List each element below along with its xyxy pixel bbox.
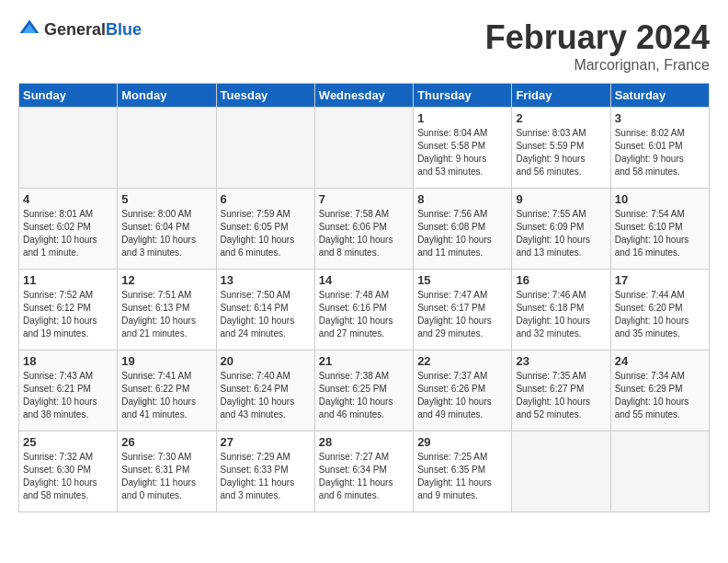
day-info: Sunrise: 7:34 AM Sunset: 6:29 PM Dayligh… [615, 370, 705, 421]
day-number: 12 [121, 273, 211, 287]
day-number: 15 [417, 273, 507, 287]
day-info: Sunrise: 7:27 AM Sunset: 6:34 PM Dayligh… [319, 451, 409, 502]
calendar-cell: 13Sunrise: 7:50 AM Sunset: 6:14 PM Dayli… [216, 270, 314, 350]
calendar-cell: 15Sunrise: 7:47 AM Sunset: 6:17 PM Dayli… [414, 270, 512, 350]
calendar-cell: 7Sunrise: 7:58 AM Sunset: 6:06 PM Daylig… [314, 189, 413, 270]
day-info: Sunrise: 7:41 AM Sunset: 6:22 PM Dayligh… [121, 370, 211, 421]
calendar-cell: 22Sunrise: 7:37 AM Sunset: 6:26 PM Dayli… [414, 350, 512, 431]
day-info: Sunrise: 7:32 AM Sunset: 6:30 PM Dayligh… [23, 451, 113, 502]
page-header: GeneralBlue February 2024 Marcorignan, F… [18, 18, 710, 74]
day-number: 18 [23, 354, 113, 368]
day-number: 8 [417, 192, 507, 206]
calendar-cell: 24Sunrise: 7:34 AM Sunset: 6:29 PM Dayli… [610, 350, 709, 431]
header-day-friday: Friday [512, 84, 610, 108]
day-info: Sunrise: 7:55 AM Sunset: 6:09 PM Dayligh… [516, 208, 606, 259]
week-row-2: 11Sunrise: 7:52 AM Sunset: 6:12 PM Dayli… [19, 270, 710, 350]
week-row-1: 4Sunrise: 8:01 AM Sunset: 6:02 PM Daylig… [19, 189, 710, 270]
calendar-cell [19, 108, 118, 189]
calendar-cell: 21Sunrise: 7:38 AM Sunset: 6:25 PM Dayli… [314, 350, 413, 431]
day-number: 24 [615, 354, 705, 368]
day-number: 16 [516, 273, 606, 287]
calendar-cell: 10Sunrise: 7:54 AM Sunset: 6:10 PM Dayli… [610, 189, 709, 270]
day-number: 26 [121, 435, 211, 449]
logo-text-blue: Blue [106, 20, 142, 39]
day-number: 17 [615, 273, 705, 287]
day-info: Sunrise: 7:38 AM Sunset: 6:25 PM Dayligh… [319, 370, 409, 421]
day-number: 27 [221, 435, 311, 449]
calendar-cell: 4Sunrise: 8:01 AM Sunset: 6:02 PM Daylig… [19, 189, 118, 270]
calendar-cell: 6Sunrise: 7:59 AM Sunset: 6:05 PM Daylig… [216, 189, 314, 270]
day-info: Sunrise: 7:43 AM Sunset: 6:21 PM Dayligh… [23, 370, 113, 421]
calendar-cell [610, 431, 709, 512]
calendar-cell: 12Sunrise: 7:51 AM Sunset: 6:13 PM Dayli… [118, 270, 216, 350]
calendar-cell [512, 431, 610, 512]
day-info: Sunrise: 8:01 AM Sunset: 6:02 PM Dayligh… [23, 208, 113, 259]
header-day-monday: Monday [118, 84, 216, 108]
calendar-table: SundayMondayTuesdayWednesdayThursdayFrid… [18, 83, 710, 512]
day-info: Sunrise: 8:04 AM Sunset: 5:58 PM Dayligh… [417, 127, 507, 178]
calendar-cell: 16Sunrise: 7:46 AM Sunset: 6:18 PM Dayli… [512, 270, 610, 350]
calendar-body: 1Sunrise: 8:04 AM Sunset: 5:58 PM Daylig… [19, 108, 710, 512]
day-number: 22 [417, 354, 507, 368]
day-info: Sunrise: 7:29 AM Sunset: 6:33 PM Dayligh… [221, 451, 311, 502]
header-day-sunday: Sunday [19, 84, 118, 108]
day-info: Sunrise: 7:51 AM Sunset: 6:13 PM Dayligh… [121, 289, 211, 340]
calendar-cell: 17Sunrise: 7:44 AM Sunset: 6:20 PM Dayli… [610, 270, 709, 350]
day-info: Sunrise: 7:54 AM Sunset: 6:10 PM Dayligh… [615, 208, 705, 259]
day-number: 19 [121, 354, 211, 368]
day-number: 2 [516, 111, 606, 125]
day-number: 29 [417, 435, 507, 449]
week-row-0: 1Sunrise: 8:04 AM Sunset: 5:58 PM Daylig… [19, 108, 710, 189]
day-number: 6 [221, 192, 311, 206]
day-info: Sunrise: 8:00 AM Sunset: 6:04 PM Dayligh… [121, 208, 211, 259]
calendar-cell [314, 108, 413, 189]
logo: GeneralBlue [18, 18, 142, 40]
day-number: 11 [23, 273, 113, 287]
calendar-cell: 19Sunrise: 7:41 AM Sunset: 6:22 PM Dayli… [118, 350, 216, 431]
calendar-cell: 8Sunrise: 7:56 AM Sunset: 6:08 PM Daylig… [414, 189, 512, 270]
logo-icon [18, 18, 40, 40]
calendar-cell: 23Sunrise: 7:35 AM Sunset: 6:27 PM Dayli… [512, 350, 610, 431]
header-day-tuesday: Tuesday [216, 84, 314, 108]
day-info: Sunrise: 7:50 AM Sunset: 6:14 PM Dayligh… [221, 289, 311, 340]
day-number: 13 [221, 273, 311, 287]
week-row-3: 18Sunrise: 7:43 AM Sunset: 6:21 PM Dayli… [19, 350, 710, 431]
day-number: 14 [319, 273, 409, 287]
day-info: Sunrise: 7:56 AM Sunset: 6:08 PM Dayligh… [417, 208, 507, 259]
day-number: 1 [417, 111, 507, 125]
day-info: Sunrise: 8:03 AM Sunset: 5:59 PM Dayligh… [516, 127, 606, 178]
day-info: Sunrise: 7:35 AM Sunset: 6:27 PM Dayligh… [516, 370, 606, 421]
day-info: Sunrise: 7:59 AM Sunset: 6:05 PM Dayligh… [221, 208, 311, 259]
day-number: 21 [319, 354, 409, 368]
day-number: 4 [23, 192, 113, 206]
calendar-cell: 5Sunrise: 8:00 AM Sunset: 6:04 PM Daylig… [118, 189, 216, 270]
day-info: Sunrise: 7:40 AM Sunset: 6:24 PM Dayligh… [221, 370, 311, 421]
calendar-subtitle: Marcorignan, France [485, 57, 710, 74]
calendar-cell: 2Sunrise: 8:03 AM Sunset: 5:59 PM Daylig… [512, 108, 610, 189]
day-number: 5 [121, 192, 211, 206]
calendar-cell: 20Sunrise: 7:40 AM Sunset: 6:24 PM Dayli… [216, 350, 314, 431]
calendar-cell: 9Sunrise: 7:55 AM Sunset: 6:09 PM Daylig… [512, 189, 610, 270]
day-number: 25 [23, 435, 113, 449]
title-block: February 2024 Marcorignan, France [485, 18, 710, 74]
calendar-cell: 11Sunrise: 7:52 AM Sunset: 6:12 PM Dayli… [19, 270, 118, 350]
day-number: 9 [516, 192, 606, 206]
day-info: Sunrise: 8:02 AM Sunset: 6:01 PM Dayligh… [615, 127, 705, 178]
calendar-title: February 2024 [485, 18, 710, 57]
calendar-cell: 18Sunrise: 7:43 AM Sunset: 6:21 PM Dayli… [19, 350, 118, 431]
week-row-4: 25Sunrise: 7:32 AM Sunset: 6:30 PM Dayli… [19, 431, 710, 512]
day-info: Sunrise: 7:48 AM Sunset: 6:16 PM Dayligh… [319, 289, 409, 340]
day-number: 3 [615, 111, 705, 125]
day-info: Sunrise: 7:30 AM Sunset: 6:31 PM Dayligh… [121, 451, 211, 502]
calendar-cell: 28Sunrise: 7:27 AM Sunset: 6:34 PM Dayli… [314, 431, 413, 512]
day-info: Sunrise: 7:47 AM Sunset: 6:17 PM Dayligh… [417, 289, 507, 340]
header-row: SundayMondayTuesdayWednesdayThursdayFrid… [19, 84, 710, 108]
day-info: Sunrise: 7:58 AM Sunset: 6:06 PM Dayligh… [319, 208, 409, 259]
header-day-saturday: Saturday [610, 84, 709, 108]
calendar-cell: 3Sunrise: 8:02 AM Sunset: 6:01 PM Daylig… [610, 108, 709, 189]
calendar-cell: 26Sunrise: 7:30 AM Sunset: 6:31 PM Dayli… [118, 431, 216, 512]
day-info: Sunrise: 7:46 AM Sunset: 6:18 PM Dayligh… [516, 289, 606, 340]
day-number: 23 [516, 354, 606, 368]
header-day-thursday: Thursday [414, 84, 512, 108]
calendar-cell: 1Sunrise: 8:04 AM Sunset: 5:58 PM Daylig… [414, 108, 512, 189]
